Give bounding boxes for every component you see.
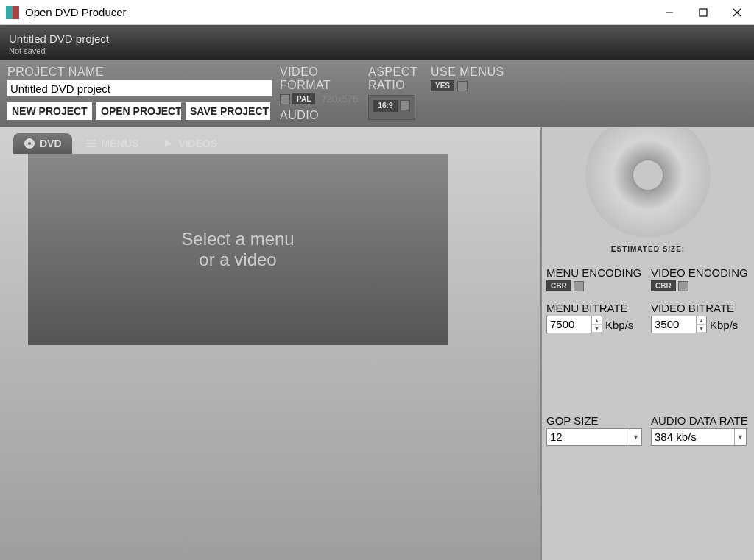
project-name-label: PROJECT NAME — [7, 65, 280, 79]
menu-encoding-label: MENU ENCODING — [546, 266, 645, 279]
up-arrow-icon[interactable]: ▲ — [697, 316, 706, 325]
tab-dvd[interactable]: DVD — [13, 133, 72, 154]
video-format-res: 720x576 — [321, 93, 358, 104]
menu-encoding-toggle[interactable] — [574, 281, 584, 291]
audio-data-rate-label: AUDIO DATA RATE — [651, 414, 750, 427]
chevron-down-icon: ▼ — [734, 429, 746, 445]
disc-icon — [24, 138, 35, 149]
project-bar: Untitled DVD project Not saved — [0, 25, 754, 60]
svg-point-5 — [28, 142, 31, 145]
window-title: Open DVD Producer — [25, 6, 127, 18]
preview-line1: Select a menu — [181, 229, 294, 249]
use-menus-toggle[interactable] — [457, 81, 468, 91]
video-format-label: VIDEO FORMAT — [280, 65, 368, 92]
menu-bitrate-value: 7500 — [547, 316, 591, 333]
save-project-button[interactable]: SAVE PROJECT — [186, 102, 270, 120]
titlebar: Open DVD Producer — [0, 0, 754, 25]
aspect-label: ASPECT RATIO — [368, 65, 431, 92]
gop-size-select[interactable]: 12 ▼ — [546, 428, 642, 446]
bitrate-unit2: Kbp/s — [710, 319, 738, 331]
disc-graphic — [585, 127, 711, 238]
video-bitrate-spinner[interactable]: 3500 ▲▼ — [651, 316, 707, 333]
menu-bitrate-spinner[interactable]: 7500 ▲▼ — [546, 316, 602, 333]
video-encoding-label: VIDEO ENCODING — [651, 266, 750, 279]
close-button[interactable] — [720, 0, 754, 25]
app-icon — [6, 6, 19, 19]
right-panel: ESTIMATED SIZE: MENU ENCODING CBR VIDEO … — [540, 127, 754, 560]
down-arrow-icon[interactable]: ▼ — [592, 325, 602, 333]
use-menus-label: USE MENUS — [431, 65, 519, 79]
menu-encoding-chip: CBR — [546, 280, 571, 291]
minimize-button[interactable] — [652, 0, 686, 25]
bitrate-unit: Kbp/s — [605, 319, 633, 331]
project-title: Untitled DVD project — [9, 32, 745, 45]
svg-rect-6 — [86, 140, 96, 141]
audio-format-label: AUDIO FORMAT — [280, 109, 368, 121]
preview-line2: or a video — [199, 249, 276, 270]
menu-icon — [85, 138, 97, 149]
aspect-toggle[interactable] — [400, 100, 410, 110]
tab-menus[interactable]: MENUS — [75, 133, 149, 154]
aspect-ratio-box[interactable]: 16:9 — [368, 95, 415, 120]
video-bitrate-value: 3500 — [652, 316, 696, 333]
svg-rect-7 — [86, 143, 96, 144]
up-arrow-icon[interactable]: ▲ — [592, 316, 602, 325]
svg-marker-9 — [165, 140, 172, 147]
new-project-button[interactable]: NEW PROJECT — [7, 102, 92, 120]
audio-data-rate-value: 384 kb/s — [652, 429, 734, 445]
content-area: DVD MENUS VIDEOS Select a menu or a vide… — [0, 127, 754, 560]
chevron-down-icon: ▼ — [630, 429, 641, 445]
open-project-button[interactable]: OPEN PROJECT — [96, 102, 181, 120]
menu-bitrate-label: MENU BITRATE — [546, 302, 645, 314]
use-menus-chip: YES — [431, 80, 454, 91]
tab-dvd-label: DVD — [40, 138, 62, 149]
settings-bar: PROJECT NAME NEW PROJECT OPEN PROJECT SA… — [0, 60, 754, 127]
tab-videos[interactable]: VIDEOS — [152, 133, 228, 154]
video-format-chip: PAL — [292, 93, 315, 104]
saved-status: Not saved — [9, 46, 745, 55]
preview-area: Select a menu or a video — [28, 154, 448, 345]
project-name-input[interactable] — [7, 80, 272, 96]
gop-size-label: GOP SIZE — [546, 414, 645, 427]
tab-videos-label: VIDEOS — [178, 138, 217, 149]
audio-data-rate-select[interactable]: 384 kb/s ▼ — [651, 428, 747, 446]
tabs: DVD MENUS VIDEOS — [13, 133, 540, 154]
estimated-size-label: ESTIMATED SIZE: — [546, 245, 750, 253]
play-icon — [162, 138, 174, 149]
tab-menus-label: MENUS — [102, 138, 139, 149]
video-encoding-chip: CBR — [651, 280, 676, 291]
down-arrow-icon[interactable]: ▼ — [697, 325, 706, 333]
svg-rect-1 — [700, 9, 707, 16]
aspect-chip: 16:9 — [373, 100, 397, 112]
gop-size-value: 12 — [547, 429, 630, 445]
video-format-toggle[interactable] — [280, 94, 290, 104]
maximize-button[interactable] — [686, 0, 720, 25]
video-bitrate-label: VIDEO BITRATE — [651, 302, 750, 314]
svg-rect-8 — [86, 146, 96, 147]
video-encoding-toggle[interactable] — [678, 281, 688, 291]
